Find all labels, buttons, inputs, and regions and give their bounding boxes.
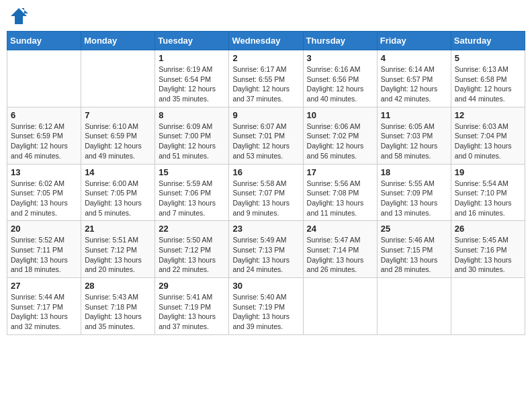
calendar-week-row: 13Sunrise: 6:02 AMSunset: 7:05 PMDayligh… (7, 164, 525, 221)
logo (9, 7, 31, 26)
day-info: Sunrise: 6:00 AMSunset: 7:05 PMDaylight:… (85, 179, 151, 218)
calendar-cell: 26Sunrise: 5:45 AMSunset: 7:16 PMDayligh… (451, 221, 525, 278)
calendar-cell (81, 50, 155, 107)
day-info: Sunrise: 5:56 AMSunset: 7:08 PMDaylight:… (307, 179, 373, 218)
calendar-cell: 7Sunrise: 6:10 AMSunset: 6:59 PMDaylight… (81, 107, 155, 164)
day-info: Sunrise: 6:09 AMSunset: 7:00 PMDaylight:… (159, 122, 225, 161)
day-info: Sunrise: 5:54 AMSunset: 7:10 PMDaylight:… (455, 179, 521, 218)
day-number: 2 (232, 53, 299, 63)
calendar-cell (451, 278, 525, 335)
day-info: Sunrise: 5:58 AMSunset: 7:07 PMDaylight:… (232, 179, 299, 218)
calendar-cell: 10Sunrise: 6:06 AMSunset: 7:02 PMDayligh… (303, 107, 377, 164)
day-number: 26 (455, 224, 521, 234)
day-number: 29 (159, 281, 225, 291)
day-info: Sunrise: 5:44 AMSunset: 7:17 PMDaylight:… (11, 292, 77, 332)
day-number: 25 (381, 224, 447, 234)
day-number: 14 (85, 167, 151, 177)
calendar-cell: 8Sunrise: 6:09 AMSunset: 7:00 PMDaylight… (155, 107, 229, 164)
calendar-cell: 19Sunrise: 5:54 AMSunset: 7:10 PMDayligh… (451, 164, 525, 221)
day-number: 24 (307, 224, 373, 234)
day-number: 18 (381, 167, 447, 177)
weekday-header: Thursday (303, 32, 377, 50)
day-number: 22 (159, 224, 225, 234)
day-number: 6 (11, 110, 77, 120)
calendar-cell: 29Sunrise: 5:41 AMSunset: 7:19 PMDayligh… (155, 278, 229, 335)
weekday-header: Saturday (451, 32, 525, 50)
calendar-cell: 23Sunrise: 5:49 AMSunset: 7:13 PMDayligh… (229, 221, 303, 278)
day-info: Sunrise: 5:52 AMSunset: 7:11 PMDaylight:… (11, 235, 77, 275)
weekday-header: Sunday (7, 32, 81, 50)
day-info: Sunrise: 5:43 AMSunset: 7:18 PMDaylight:… (85, 292, 151, 332)
day-number: 30 (232, 281, 299, 291)
calendar-cell: 16Sunrise: 5:58 AMSunset: 7:07 PMDayligh… (229, 164, 303, 221)
calendar-cell: 3Sunrise: 6:16 AMSunset: 6:56 PMDaylight… (303, 50, 377, 107)
calendar-cell: 21Sunrise: 5:51 AMSunset: 7:12 PMDayligh… (81, 221, 155, 278)
day-info: Sunrise: 6:06 AMSunset: 7:02 PMDaylight:… (307, 122, 373, 161)
calendar-week-row: 20Sunrise: 5:52 AMSunset: 7:11 PMDayligh… (7, 221, 525, 278)
day-info: Sunrise: 5:49 AMSunset: 7:13 PMDaylight:… (232, 235, 299, 275)
calendar-cell: 28Sunrise: 5:43 AMSunset: 7:18 PMDayligh… (81, 278, 155, 335)
calendar-cell: 17Sunrise: 5:56 AMSunset: 7:08 PMDayligh… (303, 164, 377, 221)
day-number: 21 (85, 224, 151, 234)
day-number: 3 (307, 53, 373, 63)
calendar-week-row: 27Sunrise: 5:44 AMSunset: 7:17 PMDayligh… (7, 278, 525, 335)
day-info: Sunrise: 6:16 AMSunset: 6:56 PMDaylight:… (307, 64, 373, 104)
day-number: 20 (11, 224, 77, 234)
calendar-cell: 18Sunrise: 5:55 AMSunset: 7:09 PMDayligh… (377, 164, 451, 221)
calendar-table: SundayMondayTuesdayWednesdayThursdayFrid… (7, 31, 525, 335)
day-info: Sunrise: 6:05 AMSunset: 7:03 PMDaylight:… (381, 122, 447, 161)
weekday-header: Tuesday (155, 32, 229, 50)
day-number: 17 (307, 167, 373, 177)
calendar-cell: 6Sunrise: 6:12 AMSunset: 6:59 PMDaylight… (7, 107, 81, 164)
day-info: Sunrise: 6:17 AMSunset: 6:55 PMDaylight:… (232, 64, 299, 104)
calendar-cell: 30Sunrise: 5:40 AMSunset: 7:19 PMDayligh… (229, 278, 303, 335)
calendar-cell: 5Sunrise: 6:13 AMSunset: 6:58 PMDaylight… (451, 50, 525, 107)
logo-icon (9, 7, 28, 26)
calendar-cell (7, 50, 81, 107)
calendar-cell (303, 278, 377, 335)
day-info: Sunrise: 5:51 AMSunset: 7:12 PMDaylight:… (85, 235, 151, 275)
weekday-header: Wednesday (229, 32, 303, 50)
weekday-header: Monday (81, 32, 155, 50)
calendar-week-row: 6Sunrise: 6:12 AMSunset: 6:59 PMDaylight… (7, 107, 525, 164)
weekday-header: Friday (377, 32, 451, 50)
day-info: Sunrise: 5:41 AMSunset: 7:19 PMDaylight:… (159, 292, 225, 332)
day-info: Sunrise: 6:13 AMSunset: 6:58 PMDaylight:… (455, 64, 521, 104)
day-number: 23 (232, 224, 299, 234)
day-number: 27 (11, 281, 77, 291)
calendar-cell: 24Sunrise: 5:47 AMSunset: 7:14 PMDayligh… (303, 221, 377, 278)
calendar-cell: 11Sunrise: 6:05 AMSunset: 7:03 PMDayligh… (377, 107, 451, 164)
day-info: Sunrise: 5:45 AMSunset: 7:16 PMDaylight:… (455, 235, 521, 275)
day-number: 28 (85, 281, 151, 291)
day-number: 1 (159, 53, 225, 63)
page-header (7, 7, 525, 26)
calendar-cell: 9Sunrise: 6:07 AMSunset: 7:01 PMDaylight… (229, 107, 303, 164)
day-info: Sunrise: 5:46 AMSunset: 7:15 PMDaylight:… (381, 235, 447, 275)
day-info: Sunrise: 6:10 AMSunset: 6:59 PMDaylight:… (85, 122, 151, 161)
day-info: Sunrise: 5:59 AMSunset: 7:06 PMDaylight:… (159, 179, 225, 218)
calendar-cell: 4Sunrise: 6:14 AMSunset: 6:57 PMDaylight… (377, 50, 451, 107)
day-number: 13 (11, 167, 77, 177)
day-info: Sunrise: 5:55 AMSunset: 7:09 PMDaylight:… (381, 179, 447, 218)
calendar-cell: 20Sunrise: 5:52 AMSunset: 7:11 PMDayligh… (7, 221, 81, 278)
day-number: 10 (307, 110, 373, 120)
day-number: 16 (232, 167, 299, 177)
calendar-cell: 25Sunrise: 5:46 AMSunset: 7:15 PMDayligh… (377, 221, 451, 278)
calendar-cell: 12Sunrise: 6:03 AMSunset: 7:04 PMDayligh… (451, 107, 525, 164)
day-number: 9 (232, 110, 299, 120)
calendar-cell: 2Sunrise: 6:17 AMSunset: 6:55 PMDaylight… (229, 50, 303, 107)
day-number: 11 (381, 110, 447, 120)
day-info: Sunrise: 5:47 AMSunset: 7:14 PMDaylight:… (307, 235, 373, 275)
day-info: Sunrise: 6:12 AMSunset: 6:59 PMDaylight:… (11, 122, 77, 161)
day-number: 12 (455, 110, 521, 120)
calendar-cell: 27Sunrise: 5:44 AMSunset: 7:17 PMDayligh… (7, 278, 81, 335)
day-number: 5 (455, 53, 521, 63)
calendar-header-row: SundayMondayTuesdayWednesdayThursdayFrid… (7, 32, 525, 50)
calendar-cell: 22Sunrise: 5:50 AMSunset: 7:12 PMDayligh… (155, 221, 229, 278)
calendar-cell (377, 278, 451, 335)
day-number: 7 (85, 110, 151, 120)
day-number: 4 (381, 53, 447, 63)
day-info: Sunrise: 6:07 AMSunset: 7:01 PMDaylight:… (232, 122, 299, 161)
calendar-week-row: 1Sunrise: 6:19 AMSunset: 6:54 PMDaylight… (7, 50, 525, 107)
day-info: Sunrise: 5:40 AMSunset: 7:19 PMDaylight:… (232, 292, 299, 332)
